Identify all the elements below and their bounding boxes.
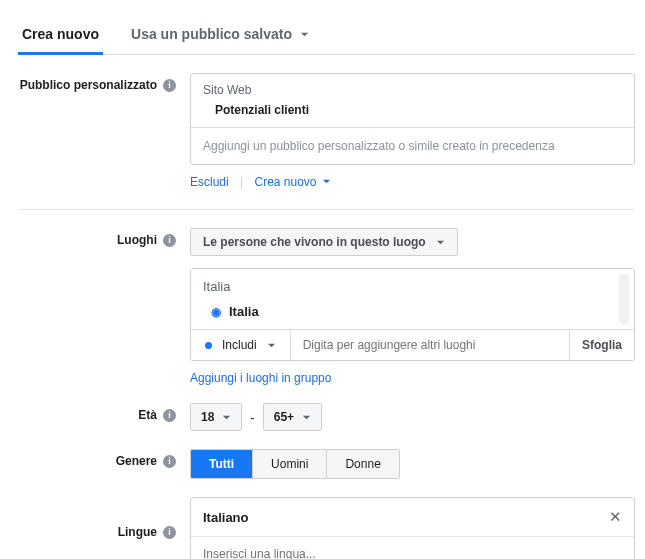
audience-tabs: Crea nuovo Usa un pubblico salvato xyxy=(18,20,635,55)
gender-women[interactable]: Donne xyxy=(326,450,398,478)
create-new-label: Crea nuovo xyxy=(255,175,317,189)
locations-label: Luoghi i xyxy=(18,228,190,247)
info-icon[interactable]: i xyxy=(163,234,176,247)
location-item[interactable]: ◉ Italia xyxy=(203,304,622,319)
chevron-down-icon xyxy=(300,26,309,42)
languages-row: Lingue i Italiano ✕ xyxy=(18,497,635,559)
custom-audience-panel: Sito Web Potenziali clienti Aggiungi un … xyxy=(190,73,635,165)
label-text: Pubblico personalizzato xyxy=(20,78,157,92)
close-icon[interactable]: ✕ xyxy=(609,508,622,526)
tab-create-new[interactable]: Crea nuovo xyxy=(18,20,103,54)
info-icon[interactable]: i xyxy=(163,526,176,539)
chevron-down-icon xyxy=(302,413,311,422)
locations-box: Italia ◉ Italia Includi Sfoglia xyxy=(190,268,635,361)
chevron-down-icon xyxy=(222,413,231,422)
age-max-select[interactable]: 65+ xyxy=(263,403,322,431)
location-mode-select[interactable]: Le persone che vivono in questo luogo xyxy=(190,228,458,256)
location-item-name: Italia xyxy=(229,304,259,319)
custom-audience-links: Escludi | Crea nuovo xyxy=(190,175,635,189)
locations-list: Italia ◉ Italia xyxy=(191,269,634,329)
tab-saved-label: Usa un pubblico salvato xyxy=(131,26,292,42)
browse-button[interactable]: Sfoglia xyxy=(570,330,634,360)
audience-source: Sito Web xyxy=(203,83,622,97)
custom-audience-row: Pubblico personalizzato i Sito Web Poten… xyxy=(18,73,635,189)
chevron-down-icon xyxy=(436,238,445,247)
location-group: Italia xyxy=(203,279,622,294)
gender-men[interactable]: Uomini xyxy=(252,450,326,478)
age-row: Età i 18 - 65+ xyxy=(18,403,635,431)
age-label: Età i xyxy=(18,403,190,422)
gender-segmented: Tutti Uomini Donne xyxy=(190,449,400,479)
label-text: Genere xyxy=(116,454,157,468)
language-input[interactable] xyxy=(191,536,634,559)
exclude-link[interactable]: Escludi xyxy=(190,175,229,189)
chevron-down-icon xyxy=(267,341,276,350)
include-dropdown[interactable]: Includi xyxy=(191,330,290,360)
gender-all[interactable]: Tutti xyxy=(191,450,252,478)
locations-row: Luoghi i Le persone che vivono in questo… xyxy=(18,228,635,385)
gender-row: Genere i Tutti Uomini Donne xyxy=(18,449,635,479)
location-mode-label: Le persone che vivono in questo luogo xyxy=(203,235,426,249)
location-input-row: Includi Sfoglia xyxy=(191,329,634,360)
age-separator: - xyxy=(250,410,254,425)
age-min-select[interactable]: 18 xyxy=(190,403,242,431)
label-text: Luoghi xyxy=(117,233,157,247)
info-icon[interactable]: i xyxy=(163,79,176,92)
languages-box: Italiano ✕ xyxy=(190,497,635,559)
bullet-icon xyxy=(205,342,212,349)
custom-audience-input[interactable]: Aggiungi un pubblico personalizzato o si… xyxy=(191,127,634,164)
link-divider: | xyxy=(240,175,243,189)
language-name: Italiano xyxy=(203,510,249,525)
custom-audience-item[interactable]: Sito Web Potenziali clienti xyxy=(191,74,634,127)
pin-icon: ◉ xyxy=(211,305,221,319)
age-max-value: 65+ xyxy=(274,410,294,424)
custom-audience-label: Pubblico personalizzato i xyxy=(18,73,190,92)
audience-name: Potenziali clienti xyxy=(203,103,622,117)
languages-label: Lingue i xyxy=(18,497,190,539)
age-min-value: 18 xyxy=(201,410,214,424)
info-icon[interactable]: i xyxy=(163,409,176,422)
include-label: Includi xyxy=(222,338,257,352)
info-icon[interactable]: i xyxy=(163,455,176,468)
section-divider xyxy=(18,209,635,210)
language-item[interactable]: Italiano ✕ xyxy=(191,498,634,536)
label-text: Lingue xyxy=(118,525,157,539)
chevron-down-icon xyxy=(322,177,331,186)
add-bulk-locations-link[interactable]: Aggiungi i luoghi in gruppo xyxy=(190,371,331,385)
location-text-input[interactable] xyxy=(290,330,570,360)
label-text: Età xyxy=(138,408,157,422)
tab-saved-audience[interactable]: Usa un pubblico salvato xyxy=(127,20,313,54)
create-new-link[interactable]: Crea nuovo xyxy=(255,175,331,189)
gender-label: Genere i xyxy=(18,449,190,468)
